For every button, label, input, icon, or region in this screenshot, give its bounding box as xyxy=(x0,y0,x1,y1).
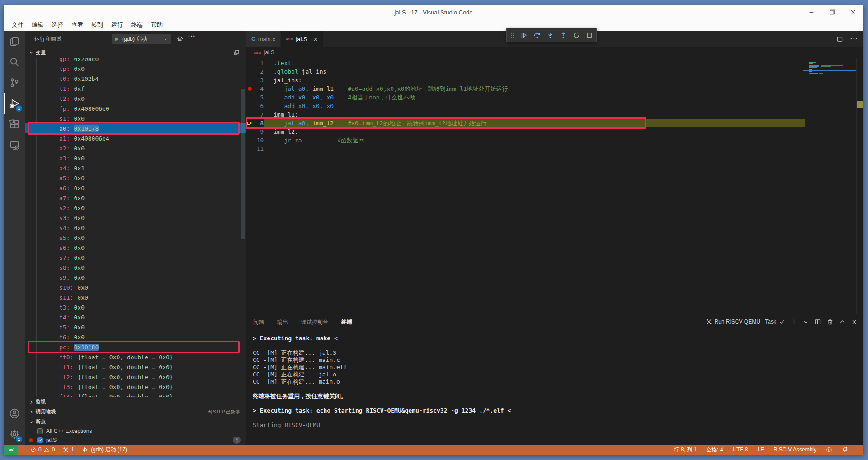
breakpoints-section-header[interactable]: 断点 xyxy=(25,417,246,427)
register-row[interactable]: t1:0xf xyxy=(25,84,246,94)
code-line[interactable]: 3jal_ins: xyxy=(246,76,805,84)
start-debug-icon[interactable] xyxy=(114,37,119,42)
register-row[interactable]: ft0:{float = 0x0, double = 0x0} xyxy=(25,352,246,362)
register-row[interactable]: t5:0x0 xyxy=(25,322,246,332)
menu-item[interactable]: 帮助 xyxy=(147,21,167,29)
breakpoint-row-exceptions[interactable]: All C++ Exceptions xyxy=(25,427,246,436)
register-row[interactable]: s4:0x0 xyxy=(25,223,246,233)
code-line[interactable]: 8 jal a0, imm_l2 #a0=imm_l2的地址，跳转到imm_l2… xyxy=(246,119,805,127)
remote-explorer-icon[interactable] xyxy=(4,135,25,155)
checkbox-checked[interactable] xyxy=(37,437,43,443)
launch-config-dropdown[interactable]: (gdb) 启动 xyxy=(112,34,171,44)
code-lines[interactable]: 1.text2.global jal_ins3jal_ins:4 jal a0,… xyxy=(246,58,805,314)
restart-icon[interactable] xyxy=(573,32,580,39)
cursor-position[interactable]: 行 8, 列 1 xyxy=(674,446,697,454)
step-out-icon[interactable] xyxy=(560,32,567,39)
continue-icon[interactable] xyxy=(520,32,528,39)
register-row[interactable]: t0:0x102b4 xyxy=(25,74,246,84)
new-terminal-icon[interactable] xyxy=(791,319,797,325)
step-into-icon[interactable] xyxy=(547,32,554,39)
code-line[interactable]: 10 jr ra #函数返回 xyxy=(246,136,805,145)
register-row[interactable]: s1:0x0 xyxy=(25,113,246,123)
execution-pointer-icon[interactable] xyxy=(246,120,253,126)
code-line[interactable]: 2.global jal_ins xyxy=(246,67,805,76)
register-row[interactable]: s9:0x0 xyxy=(25,272,246,282)
remote-indicator[interactable]: >< xyxy=(4,445,18,455)
code-line[interactable]: 4 jal a0, imm_l1 #a0=add x0,x0,x0的地址，跳转到… xyxy=(246,84,805,93)
register-row[interactable]: s10:0x0 xyxy=(25,282,246,292)
split-terminal-icon[interactable] xyxy=(814,319,821,325)
extensions-icon[interactable] xyxy=(4,114,25,135)
terminal-dropdown-icon[interactable] xyxy=(803,319,808,324)
register-row[interactable]: gp:0x208c0 xyxy=(25,58,246,64)
run-and-debug-icon[interactable]: 1 xyxy=(4,93,25,114)
register-row[interactable]: a4:0x1 xyxy=(25,163,246,173)
collapse-all-icon[interactable] xyxy=(233,49,240,56)
register-row[interactable]: ft1:{float = 0x0, double = 0x0} xyxy=(25,362,246,372)
tab-debug-console[interactable]: 调试控制台 xyxy=(301,315,329,329)
tab-problems[interactable]: 问题 xyxy=(253,315,264,329)
close-panel-icon[interactable] xyxy=(851,319,857,325)
register-row[interactable]: t6:0x0 xyxy=(25,332,246,342)
explorer-icon[interactable] xyxy=(4,31,25,52)
more-actions-icon[interactable]: ··· xyxy=(850,35,858,42)
stop-icon[interactable] xyxy=(586,32,593,39)
minimize-icon[interactable] xyxy=(808,9,815,15)
feedback-smiley-icon[interactable] xyxy=(826,446,832,453)
menu-item[interactable]: 运行 xyxy=(107,21,127,29)
code-line[interactable]: 6 add x0, x0, x0 xyxy=(246,102,805,110)
register-row[interactable]: t2:0x0 xyxy=(25,94,246,103)
breakpoint-dot-icon[interactable] xyxy=(246,87,253,91)
terminal-task-selector[interactable]: Run RISCV-QEMU - Task xyxy=(706,319,785,325)
split-editor-icon[interactable] xyxy=(836,36,843,42)
register-row[interactable]: a7:0x0 xyxy=(25,193,246,203)
tab-output[interactable]: 输出 xyxy=(277,315,288,329)
indentation[interactable]: 空格: 4 xyxy=(706,446,723,454)
problems-status[interactable]: 0 0 xyxy=(30,446,55,453)
menu-item[interactable]: 选择 xyxy=(47,21,67,29)
drag-handle-icon[interactable] xyxy=(510,32,514,39)
register-row[interactable]: a2:0x0 xyxy=(25,143,246,153)
encoding[interactable]: UTF-8 xyxy=(733,446,748,453)
menu-item[interactable]: 编辑 xyxy=(28,21,47,29)
debug-settings-gear-icon[interactable] xyxy=(177,35,184,42)
register-row[interactable]: a6:0x0 xyxy=(25,183,246,193)
register-row[interactable]: a5:0x0 xyxy=(25,173,246,183)
editor-scrollbar[interactable] xyxy=(856,58,863,314)
register-row[interactable]: a3:0x0 xyxy=(25,153,246,163)
account-icon[interactable] xyxy=(4,403,25,424)
language-mode[interactable]: RISC-V Assembly xyxy=(774,446,816,453)
tab-jal-s[interactable]: ASM jal.S × xyxy=(281,31,323,47)
register-row[interactable]: s11:0x0 xyxy=(25,292,246,302)
variables-section-header[interactable]: 变量 xyxy=(25,47,246,58)
register-row[interactable]: fp:0x408006e0 xyxy=(25,103,246,113)
settings-gear-icon[interactable]: 1 xyxy=(4,424,25,445)
close-icon[interactable] xyxy=(850,9,856,15)
code-line[interactable]: 11 xyxy=(246,145,805,153)
callstack-section-header[interactable]: 调用堆栈 因 STEP 已暂停 xyxy=(25,407,246,417)
step-over-icon[interactable] xyxy=(533,32,541,39)
register-row[interactable]: tp:0x0 xyxy=(25,64,246,74)
more-actions-icon[interactable]: ··· xyxy=(188,33,196,40)
register-row[interactable]: pc:0x10180 xyxy=(25,342,246,352)
notifications-bell-icon[interactable] xyxy=(842,446,848,453)
search-icon[interactable] xyxy=(4,52,25,72)
register-row[interactable]: t3:0x0 xyxy=(25,302,246,312)
restore-icon[interactable] xyxy=(829,9,835,15)
menu-item[interactable]: 文件 xyxy=(8,21,28,29)
sidebar-scrollbar[interactable] xyxy=(241,89,245,239)
register-row[interactable]: s2:0x0 xyxy=(25,203,246,213)
running-tasks-status[interactable]: 1 xyxy=(63,446,74,453)
register-row[interactable]: a1:0x408006e4 xyxy=(25,133,246,143)
eol-sequence[interactable]: LF xyxy=(758,446,764,453)
code-line[interactable]: 9imm_l2: xyxy=(246,127,805,136)
source-control-icon[interactable] xyxy=(4,72,25,93)
menu-item[interactable]: 终端 xyxy=(127,21,147,29)
checkbox-unchecked[interactable] xyxy=(37,428,43,434)
code-line[interactable]: 5 add x0, x0, x0 #相当于nop，什么也不做 xyxy=(246,93,805,102)
breadcrumb[interactable]: ASM jal.S xyxy=(246,47,863,58)
menu-item[interactable]: 查看 xyxy=(67,21,87,29)
register-row[interactable]: s6:0x0 xyxy=(25,243,246,253)
register-row[interactable]: ft3:{float = 0x0, double = 0x0} xyxy=(25,382,246,392)
register-row[interactable]: s7:0x0 xyxy=(25,253,246,263)
